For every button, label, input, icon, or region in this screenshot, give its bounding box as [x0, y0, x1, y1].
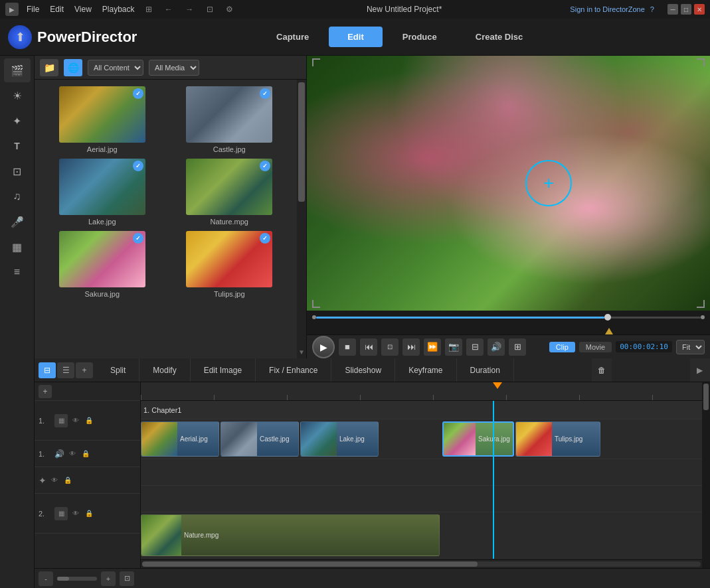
sidebar-item-titles[interactable]: T: [4, 134, 31, 158]
tab-produce[interactable]: Produce: [384, 27, 456, 47]
timeline-vertical-scrollbar[interactable]: [702, 382, 710, 568]
next-frame-button[interactable]: ⏭: [402, 338, 420, 356]
zoom-slider[interactable]: [57, 577, 97, 581]
sidebar-item-audio[interactable]: ♫: [4, 184, 31, 208]
close-button[interactable]: ✕: [694, 4, 705, 15]
content-filter[interactable]: All Content: [88, 60, 143, 76]
media-thumbnail: ✓: [186, 231, 272, 287]
clip-sakura[interactable]: Sakura.jpg: [442, 421, 514, 457]
menu-file[interactable]: File: [27, 5, 39, 14]
timeline-mode-btn[interactable]: ☰: [57, 362, 74, 378]
add-overlay-button[interactable]: +: [525, 160, 572, 206]
titlebar-left: ▶ File Edit View Playback ⊞ ← → ⊡ ⚙: [5, 3, 238, 16]
chapter-label: 1. Chapter1: [143, 406, 181, 414]
media-grid: ✓ Aerial.jpg ✓ Castle.jpg: [35, 80, 297, 358]
sidebar-item-room1[interactable]: ☀: [4, 84, 31, 108]
list-item[interactable]: ✓ Aerial.jpg: [41, 86, 163, 153]
minimize-button[interactable]: ─: [667, 4, 678, 15]
duration-button[interactable]: Duration: [457, 358, 514, 382]
folder-button[interactable]: 📁: [40, 59, 58, 76]
sidebar-item-transitions[interactable]: ✦: [4, 109, 31, 133]
scroll-track: [142, 561, 701, 567]
prev-frame-button[interactable]: ⏮: [360, 338, 377, 356]
sidebar-item-subtitles[interactable]: ▦: [4, 235, 31, 259]
keyframe-button[interactable]: Keyframe: [395, 358, 456, 382]
clip-aerial[interactable]: Aerial.jpg: [141, 421, 219, 457]
grid-button[interactable]: ⊞: [509, 338, 526, 356]
sidebar-item-piptracks[interactable]: ⊡: [4, 159, 31, 183]
clip-nature[interactable]: Nature.mpg: [141, 514, 440, 556]
expand-button[interactable]: ▶: [690, 358, 710, 382]
scroll-down-arrow[interactable]: ▼: [298, 348, 305, 356]
audio-button[interactable]: 🔊: [488, 338, 505, 356]
check-badge: ✓: [133, 161, 143, 171]
clip-tulips[interactable]: Tulips.jpg: [515, 421, 600, 457]
sign-in-link[interactable]: Sign in to DirectorZone: [570, 5, 645, 13]
frame-marker-tr-v: [703, 58, 705, 66]
seek-handle[interactable]: [604, 314, 611, 321]
storyboard-mode-btn[interactable]: ⊟: [39, 362, 56, 378]
track-eye-icon[interactable]: 👁: [49, 475, 60, 486]
preview-panel: + ▶ ■ ⏮ ⊡: [307, 56, 710, 358]
clip-thumb: [141, 422, 177, 456]
modify-button[interactable]: Modify: [139, 358, 190, 382]
tab-create-disc[interactable]: Create Disc: [457, 27, 542, 47]
delete-button[interactable]: 🗑: [592, 358, 612, 382]
list-item[interactable]: ✓ Tulips.jpg: [169, 231, 291, 298]
tab-capture[interactable]: Capture: [258, 27, 327, 47]
frame-marker-bl-v: [312, 300, 313, 308]
tab-edit[interactable]: Edit: [329, 27, 383, 47]
sidebar-item-voiceover[interactable]: 🎤: [4, 210, 31, 234]
edit-image-button[interactable]: Edit Image: [191, 358, 256, 382]
clip-mode-button[interactable]: Clip: [549, 342, 575, 352]
menu-playback[interactable]: Playback: [102, 5, 135, 14]
refresh-button[interactable]: 🌐: [64, 59, 82, 76]
seek-track[interactable]: [316, 317, 701, 319]
snapshot-button[interactable]: 📷: [445, 338, 462, 356]
list-item[interactable]: ✓ Castle.jpg: [169, 86, 291, 153]
track-eye-icon[interactable]: 👁: [67, 449, 78, 459]
clip-thumb: [301, 422, 337, 456]
sidebar-item-chapters[interactable]: ≡: [4, 260, 31, 284]
add-track-btn[interactable]: +: [76, 362, 93, 378]
track-lock-icon[interactable]: 🔒: [62, 475, 73, 486]
snap-button[interactable]: ⊡: [381, 338, 399, 356]
vertical-scroll-thumb[interactable]: [703, 384, 709, 410]
track-eye-icon[interactable]: 👁: [70, 415, 81, 426]
split-button[interactable]: Split: [97, 358, 139, 382]
zoom-in-button[interactable]: +: [101, 571, 116, 586]
media-scroll-thumb[interactable]: [298, 82, 305, 202]
list-item[interactable]: ✓ Sakura.jpg: [41, 231, 163, 298]
menu-edit[interactable]: Edit: [50, 5, 64, 14]
track-eye-icon[interactable]: 👁: [70, 508, 81, 519]
play-button[interactable]: ▶: [312, 336, 335, 358]
clip-lake[interactable]: Lake.jpg: [300, 421, 379, 457]
fit-to-window-button[interactable]: ⊡: [120, 571, 134, 586]
list-item[interactable]: ✓ Nature.mpg: [169, 159, 291, 226]
fast-forward-button[interactable]: ⏩: [424, 338, 441, 356]
sidebar-item-media[interactable]: 🎬: [4, 58, 31, 82]
zoom-out-button[interactable]: -: [39, 571, 53, 586]
clip-castle[interactable]: Castle.jpg: [221, 421, 299, 457]
track-lock-icon[interactable]: 🔒: [84, 508, 94, 519]
help-btn[interactable]: ?: [650, 5, 654, 13]
scroll-thumb[interactable]: [142, 561, 478, 567]
content-area: 📁 🌐 All Content All Media ✓: [35, 56, 710, 588]
media-thumbnail: ✓: [59, 231, 145, 287]
track-lock-icon[interactable]: 🔒: [84, 415, 94, 426]
fix-enhance-button[interactable]: Fix / Enhance: [256, 358, 331, 382]
track-lock-icon[interactable]: 🔒: [80, 449, 91, 459]
timeline-scrollbar[interactable]: [141, 559, 702, 568]
split-view-button[interactable]: ⊟: [466, 338, 484, 356]
list-item[interactable]: ✓ Lake.jpg: [41, 159, 163, 226]
menu-view[interactable]: View: [74, 5, 92, 14]
fit-selector[interactable]: Fit: [676, 340, 705, 354]
media-scrollbar[interactable]: ▼: [297, 80, 306, 358]
media-type-filter[interactable]: All Media: [149, 60, 199, 76]
timeline-ruler[interactable]: 00:00:00:00 00:00:04:00 00:00:08:00: [141, 382, 702, 401]
add-media-button[interactable]: +: [39, 385, 52, 398]
stop-button[interactable]: ■: [339, 338, 356, 356]
slideshow-button[interactable]: Slideshow: [331, 358, 395, 382]
movie-mode-button[interactable]: Movie: [579, 342, 612, 352]
maximize-button[interactable]: □: [681, 4, 691, 15]
